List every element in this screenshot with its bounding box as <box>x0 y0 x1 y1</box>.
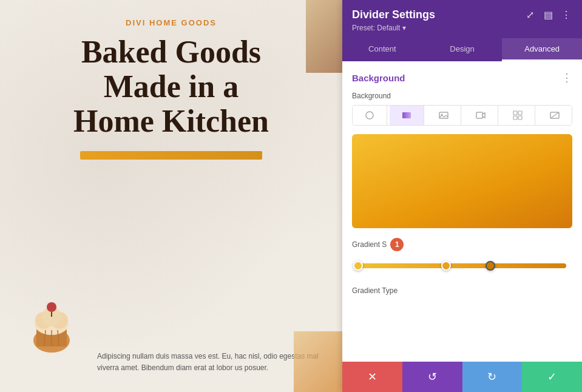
columns-icon[interactable]: ▤ <box>542 9 554 21</box>
cupcake-image <box>18 289 91 362</box>
page-preview: DIVI HOME GOODS Baked Goods Made in a Ho… <box>0 0 342 392</box>
svg-point-6 <box>47 302 56 312</box>
tab-design[interactable]: Design <box>422 38 502 61</box>
svg-line-21 <box>550 112 559 118</box>
gradient-preview[interactable] <box>352 134 572 228</box>
panel-title: Divider Settings <box>352 8 435 21</box>
svg-rect-17 <box>518 111 522 115</box>
more-icon[interactable]: ⋮ <box>560 9 572 21</box>
bg-type-none[interactable] <box>353 106 387 125</box>
section-menu-icon[interactable]: ⋮ <box>561 71 572 84</box>
gradient-stop-3[interactable] <box>486 261 495 271</box>
tab-advanced[interactable]: Advanced <box>502 38 582 61</box>
svg-rect-13 <box>439 112 448 118</box>
svg-point-11 <box>366 112 373 119</box>
gradient-stops-text: Gradient S <box>352 240 387 249</box>
settings-panel: Divider Settings ⤢ ▤ ⋮ Preset: Default ▾… <box>342 0 582 392</box>
panel-header-top: Divider Settings ⤢ ▤ ⋮ <box>352 8 572 21</box>
panel-header-icons: ⤢ ▤ ⋮ <box>524 9 572 21</box>
cancel-button[interactable]: ✕ <box>342 362 402 392</box>
svg-rect-16 <box>513 111 517 115</box>
preview-content: DIVI HOME GOODS Baked Goods Made in a Ho… <box>0 0 342 190</box>
bg-type-pattern[interactable] <box>501 106 535 125</box>
svg-rect-15 <box>476 112 482 118</box>
redo-button[interactable]: ↻ <box>462 362 523 392</box>
expand-icon[interactable]: ⤢ <box>524 9 536 21</box>
tab-content[interactable]: Content <box>342 38 422 61</box>
gradient-badge: 1 <box>390 238 404 251</box>
panel-body: Background ⋮ Background <box>342 61 582 362</box>
divider-bar <box>80 151 262 160</box>
gradient-slider[interactable] <box>352 257 572 274</box>
gradient-track <box>358 263 566 268</box>
reset-button[interactable]: ↺ <box>402 362 462 392</box>
gradient-stop-2[interactable] <box>441 261 451 271</box>
section-title: Background <box>352 73 405 83</box>
bottom-right-decoration <box>294 331 342 392</box>
bg-type-image[interactable] <box>427 106 461 125</box>
background-field-label: Background <box>352 92 572 100</box>
bg-type-video[interactable] <box>464 106 498 125</box>
bg-type-row <box>352 105 572 126</box>
heading-line1: Baked Goods <box>81 35 261 69</box>
main-heading: Baked Goods Made in a Home Kitchen <box>24 35 318 139</box>
save-button[interactable]: ✓ <box>522 362 582 392</box>
heading-line3: Home Kitchen <box>73 104 269 138</box>
brand-name: DIVI HOME GOODS <box>24 18 318 27</box>
gradient-stop-1[interactable] <box>353 261 363 271</box>
panel-tabs: Content Design Advanced <box>342 38 582 61</box>
svg-rect-12 <box>402 112 411 118</box>
gradient-type-label: Gradient Type <box>352 286 572 295</box>
svg-rect-18 <box>513 116 517 120</box>
gradient-stops-label: Gradient S 1 <box>352 238 572 251</box>
panel-header: Divider Settings ⤢ ▤ ⋮ Preset: Default ▾ <box>342 0 582 38</box>
svg-rect-19 <box>518 116 522 120</box>
bg-type-gradient[interactable] <box>390 106 424 125</box>
cupcake-svg <box>18 289 85 356</box>
heading-line2: Made in a <box>104 69 239 104</box>
panel-footer: ✕ ↺ ↻ ✓ <box>342 362 582 392</box>
bg-type-mask[interactable] <box>538 106 572 125</box>
panel-preset[interactable]: Preset: Default ▾ <box>352 24 572 32</box>
background-section-header: Background ⋮ <box>352 71 572 84</box>
